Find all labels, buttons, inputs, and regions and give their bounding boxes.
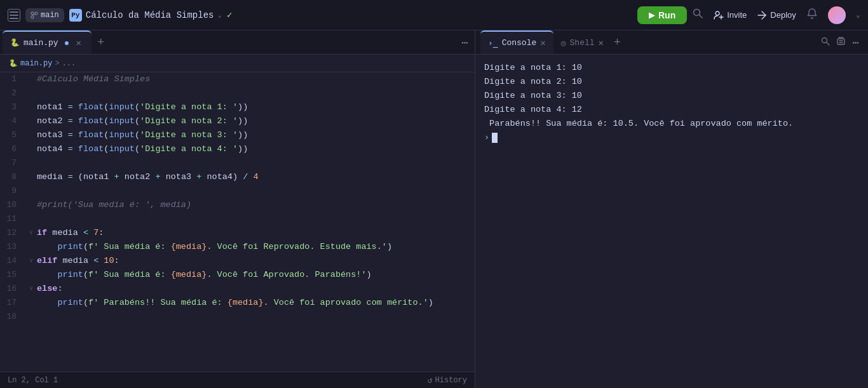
tab-console[interactable]: ›_ Console ✕ [480, 30, 553, 54]
console-options-button[interactable]: ⋯ [852, 36, 859, 50]
svg-point-10 [715, 11, 719, 15]
notifications-icon[interactable] [806, 8, 818, 22]
svg-rect-0 [10, 11, 18, 13]
project-name-label: Cálculo da Média Simples [86, 10, 214, 20]
topbar-left: main Py Cálculo da Média Simples ⌄ ✓ [8, 8, 632, 22]
editor-panel: 🐍 main.py ✕ + ⋯ 🐍 main.py > ... 1 #Cál [0, 30, 475, 388]
sidebar-toggle-button[interactable] [8, 9, 20, 22]
code-line-1: 1 #Cálculo Média Simples [0, 72, 475, 86]
status-position: Ln 2, Col 1 [8, 376, 420, 385]
console-output-line-3: Digite a nota 3: 10 [484, 89, 859, 103]
project-chevron-icon: ⌄ [217, 11, 222, 19]
cursor [492, 133, 498, 143]
shell-tab-close-button[interactable]: ✕ [599, 37, 604, 48]
invite-button[interactable]: Invite [714, 10, 747, 20]
code-line-15: 15 print(f' Sua média é: {media}. Você f… [0, 268, 475, 282]
code-line-16: 16 ∨ else: [0, 282, 475, 296]
console-prompt[interactable]: › [484, 131, 859, 145]
run-button[interactable]: Run [637, 6, 687, 24]
sync-status-icon: ✓ [227, 10, 232, 20]
console-panel: ›_ Console ✕ ◎ Shell ✕ + [475, 30, 868, 388]
code-line-18: 18 [0, 310, 475, 324]
invite-label: Invite [727, 10, 747, 20]
topbar-right: Invite Deploy ⌄ [692, 6, 860, 24]
svg-rect-1 [10, 15, 18, 16]
svg-point-5 [31, 16, 34, 18]
shell-icon: ◎ [561, 38, 566, 48]
python-file-icon: 🐍 [10, 38, 20, 48]
svg-rect-17 [837, 39, 844, 44]
code-line-14: 14 ∨ elif media < 10: [0, 254, 475, 268]
svg-line-16 [827, 42, 830, 45]
history-button[interactable]: ↺ History [428, 375, 467, 385]
code-line-8: 8 media = (nota1 + nota2 + nota3 + nota4… [0, 170, 475, 184]
code-line-4: 4 nota2 = float(input('Digite a nota 2: … [0, 114, 475, 128]
console-tab-bar: ›_ Console ✕ ◎ Shell ✕ + [475, 30, 868, 55]
console-output-line-4: Digite a nota 4: 12 [484, 103, 859, 117]
console-output: Digite a nota 1: 10 Digite a nota 2: 10 … [475, 55, 868, 388]
add-tab-button[interactable]: + [93, 34, 109, 51]
console-tab-label: Console [502, 38, 537, 48]
deploy-button[interactable]: Deploy [757, 10, 796, 20]
avatar[interactable] [828, 6, 846, 24]
svg-rect-2 [10, 18, 18, 19]
tab-label: main.py [24, 38, 58, 48]
tab-dirty-indicator [64, 40, 70, 46]
console-clear-icon[interactable] [836, 36, 846, 49]
prompt-symbol-icon: › [484, 131, 489, 145]
add-console-tab-button[interactable]: + [614, 36, 621, 49]
search-icon[interactable] [692, 8, 703, 22]
code-line-2: 2 [0, 86, 475, 100]
svg-line-9 [699, 15, 702, 18]
code-line-6: 6 nota4 = float(input('Digite a nota 4: … [0, 142, 475, 156]
code-line-9: 9 [0, 184, 475, 198]
breadcrumb-extra: ... [62, 59, 76, 68]
shell-tab-label: Shell [570, 38, 595, 48]
code-line-10: 10 #print('Sua media é: ', media) [0, 198, 475, 212]
console-tab-close-button[interactable]: ✕ [540, 37, 545, 48]
deploy-label: Deploy [770, 10, 796, 20]
console-output-line-1: Digite a nota 1: 10 [484, 61, 859, 75]
status-right: ↺ History [428, 375, 467, 385]
branch-selector[interactable]: main [25, 8, 64, 22]
tab-main-py[interactable]: 🐍 main.py ✕ [3, 30, 92, 54]
breadcrumb-file[interactable]: main.py [20, 59, 52, 68]
code-line-7: 7 [0, 156, 475, 170]
code-editor[interactable]: 1 #Cálculo Média Simples 2 3 nota1 = flo… [0, 72, 475, 371]
code-line-12: 12 ∨ if media < 7: [0, 226, 475, 240]
code-line-5: 5 nota3 = float(input('Digite a nota 3: … [0, 128, 475, 142]
editor-tab-bar: 🐍 main.py ✕ + ⋯ [0, 30, 475, 55]
code-line-17: 17 print(f' Parabéns!! Sua média é: {med… [0, 296, 475, 310]
project-icon: Py [69, 9, 82, 22]
editor-status-bar: Ln 2, Col 1 ↺ History [0, 371, 475, 388]
breadcrumb: 🐍 main.py > ... [0, 55, 475, 72]
console-output-line-5: Parabéns!! Sua média é: 10.5. Você foi a… [484, 117, 859, 131]
project-selector[interactable]: Py Cálculo da Média Simples ⌄ [69, 9, 222, 22]
breadcrumb-file-icon: 🐍 [9, 59, 18, 67]
console-search-icon[interactable] [820, 36, 830, 49]
history-icon: ↺ [428, 375, 433, 385]
code-line-13: 13 print(f' Sua média é: {media}. Você f… [0, 240, 475, 254]
editor-tab-options-button[interactable]: ⋯ [461, 36, 472, 50]
main-content: 🐍 main.py ✕ + ⋯ 🐍 main.py > ... 1 #Cál [0, 30, 868, 388]
avatar-chevron-icon[interactable]: ⌄ [856, 10, 860, 20]
topbar: main Py Cálculo da Média Simples ⌄ ✓ Run [0, 0, 868, 30]
tab-close-button[interactable]: ✕ [74, 38, 84, 48]
console-toolbar: ⋯ [820, 36, 863, 50]
history-label: History [435, 376, 467, 385]
code-line-3: 3 nota1 = float(input('Digite a nota 1: … [0, 100, 475, 114]
tab-shell[interactable]: ◎ Shell ✕ [553, 30, 611, 54]
svg-point-14 [65, 41, 69, 45]
console-output-line-2: Digite a nota 2: 10 [484, 75, 859, 89]
console-icon: ›_ [488, 38, 498, 48]
breadcrumb-separator: > [55, 59, 59, 68]
code-line-11: 11 [0, 212, 475, 226]
branch-label: main [41, 11, 59, 20]
